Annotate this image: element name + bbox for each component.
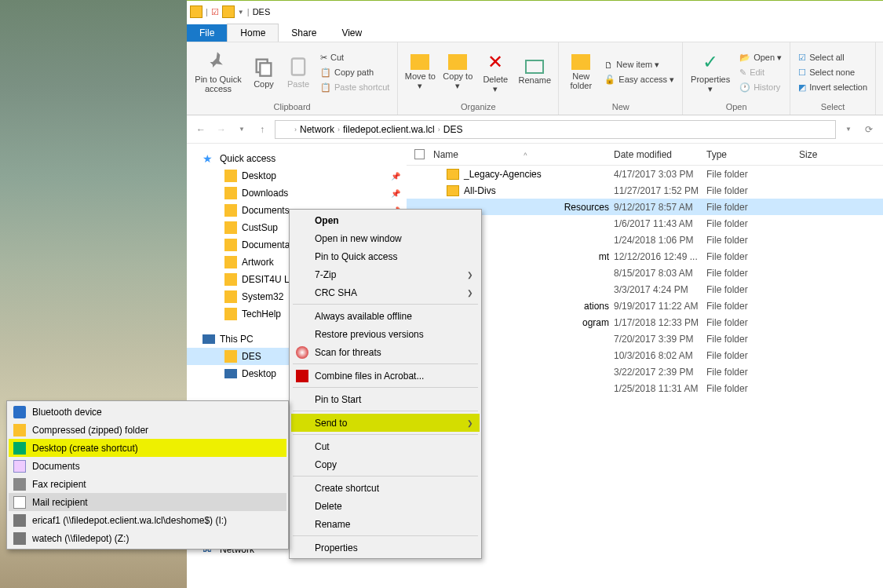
copy-to-button[interactable]: Copy to ▾ bbox=[440, 44, 475, 100]
folder-icon bbox=[224, 204, 237, 217]
group-label: Clipboard bbox=[192, 100, 392, 113]
nav-desktop[interactable]: Desktop📌 bbox=[187, 167, 407, 184]
group-label: New bbox=[564, 100, 677, 113]
drive-icon bbox=[13, 532, 26, 545]
address-dropdown[interactable]: ▼ bbox=[841, 122, 856, 137]
folder-icon bbox=[224, 187, 237, 199]
forward-button[interactable]: → bbox=[213, 122, 229, 137]
ctx-open-new-window[interactable]: Open in new window bbox=[291, 229, 480, 247]
paste-shortcut-button[interactable]: 📋Paste shortcut bbox=[317, 81, 392, 94]
ctx-properties[interactable]: Properties bbox=[291, 539, 480, 557]
new-folder-button[interactable]: New folder bbox=[564, 44, 598, 100]
ctx-7zip[interactable]: 7-Zip❯ bbox=[291, 265, 480, 283]
col-date[interactable]: Date modified bbox=[614, 149, 706, 160]
check-icon: ☑ bbox=[211, 7, 219, 17]
ctx-pin-start[interactable]: Pin to Start bbox=[291, 390, 480, 408]
paste-icon bbox=[287, 56, 309, 78]
history-button[interactable]: 🕐History bbox=[736, 81, 785, 94]
ctx-restore[interactable]: Restore previous versions bbox=[291, 325, 480, 343]
chevron-icon[interactable]: › bbox=[438, 126, 440, 133]
chevron-right-icon: ❯ bbox=[467, 419, 473, 427]
properties-button[interactable]: ✓Properties ▾ bbox=[688, 44, 733, 100]
ctx-crc[interactable]: CRC SHA❯ bbox=[291, 283, 480, 301]
sendto-desktop[interactable]: Desktop (create shortcut) bbox=[9, 439, 286, 457]
chevron-icon[interactable]: › bbox=[338, 126, 340, 133]
ctx-create-shortcut[interactable]: Create shortcut bbox=[291, 479, 480, 497]
tab-view[interactable]: View bbox=[329, 24, 374, 42]
select-all-checkbox[interactable] bbox=[414, 149, 425, 159]
ribbon-tabs: File Home Share View bbox=[187, 23, 883, 42]
fax-icon bbox=[13, 478, 26, 491]
new-item-button[interactable]: 🗋New item ▾ bbox=[601, 58, 677, 71]
select-none-button[interactable]: ☐Select none bbox=[795, 66, 870, 79]
tab-home[interactable]: Home bbox=[227, 24, 279, 42]
pin-icon: 📌 bbox=[391, 189, 400, 198]
separator bbox=[293, 434, 478, 435]
nav-downloads[interactable]: Downloads📌 bbox=[187, 184, 407, 202]
ribbon-group-open: ✓Properties ▾ 📂Open ▾ ✎Edit 🕐History Ope… bbox=[683, 42, 790, 115]
sendto-drive-i[interactable]: ericaf1 (\\filedepot.eclient.wa.lcl\desh… bbox=[9, 511, 286, 529]
ctx-cut[interactable]: Cut bbox=[291, 437, 480, 455]
folder-icon bbox=[224, 256, 237, 268]
tab-file[interactable]: File bbox=[187, 24, 227, 42]
file-row[interactable]: _Legacy-Agencies4/17/2017 3:03 PMFile fo… bbox=[407, 166, 883, 182]
up-button[interactable]: ↑ bbox=[254, 122, 270, 137]
file-row[interactable]: All-Divs11/27/2017 1:52 PMFile folder bbox=[407, 182, 883, 199]
col-name[interactable]: Name ^ bbox=[432, 149, 614, 160]
address-bar: ← → ▼ ↑ › Network › filedepot.eclient.wa… bbox=[187, 115, 883, 144]
column-headers: Name ^ Date modified Type Size bbox=[407, 144, 883, 166]
separator bbox=[293, 535, 478, 536]
sendto-drive-z[interactable]: watech (\\filedepot) (Z:) bbox=[9, 529, 286, 547]
col-type[interactable]: Type bbox=[706, 149, 799, 160]
ctx-rename[interactable]: Rename bbox=[291, 515, 480, 533]
refresh-button[interactable]: ⟳ bbox=[861, 122, 877, 137]
invert-selection-button[interactable]: ◩Invert selection bbox=[795, 81, 870, 94]
breadcrumb[interactable]: › Network › filedepot.eclient.wa.lcl › D… bbox=[275, 120, 836, 139]
crumb-host[interactable]: filedepot.eclient.wa.lcl bbox=[343, 124, 435, 135]
open-button[interactable]: 📂Open ▾ bbox=[736, 51, 785, 64]
pin-quick-access-button[interactable]: Pin to Quick access bbox=[192, 44, 245, 100]
chevron-icon[interactable]: › bbox=[294, 126, 297, 133]
edit-button[interactable]: ✎Edit bbox=[736, 66, 785, 79]
sendto-bluetooth[interactable]: Bluetooth device bbox=[9, 403, 286, 421]
copy-path-button[interactable]: 📋Copy path bbox=[317, 66, 392, 79]
ctx-pin-quick-access[interactable]: Pin to Quick access bbox=[291, 247, 480, 265]
copy-button[interactable]: Copy bbox=[248, 44, 279, 100]
ctx-open[interactable]: Open bbox=[291, 211, 480, 229]
tab-share[interactable]: Share bbox=[279, 24, 329, 42]
ctx-offline[interactable]: Always available offline bbox=[291, 307, 480, 325]
ctx-scan[interactable]: Scan for threats bbox=[291, 343, 480, 361]
easy-icon: 🔓 bbox=[604, 75, 615, 85]
sendto-documents[interactable]: Documents bbox=[9, 457, 286, 475]
back-button[interactable]: ← bbox=[193, 122, 209, 137]
ctx-delete[interactable]: Delete bbox=[291, 497, 480, 515]
ctx-send-to[interactable]: Send to❯ bbox=[291, 414, 480, 432]
paste-button[interactable]: Paste bbox=[283, 44, 314, 100]
scissors-icon: ✂ bbox=[320, 53, 327, 63]
sendto-compressed[interactable]: Compressed (zipped) folder bbox=[9, 421, 286, 439]
folder-icon bbox=[279, 124, 291, 135]
desktop-icon bbox=[13, 442, 26, 455]
bluetooth-icon bbox=[13, 406, 26, 418]
invert-icon: ◩ bbox=[798, 82, 806, 93]
col-size[interactable]: Size bbox=[799, 149, 846, 160]
copy-icon bbox=[253, 56, 275, 78]
dropdown-icon[interactable]: ▼ bbox=[238, 9, 244, 16]
select-all-button[interactable]: ☑Select all bbox=[795, 51, 870, 64]
crumb-network[interactable]: Network bbox=[300, 124, 334, 135]
sendto-mail[interactable]: Mail recipient bbox=[9, 493, 286, 511]
ctx-copy[interactable]: Copy bbox=[291, 455, 480, 473]
delete-button[interactable]: ✕Delete ▾ bbox=[478, 44, 513, 100]
move-to-button[interactable]: Move to ▾ bbox=[403, 44, 437, 100]
sendto-fax[interactable]: Fax recipient bbox=[9, 475, 286, 493]
folder-icon bbox=[571, 54, 590, 70]
crumb-folder[interactable]: DES bbox=[443, 124, 463, 135]
cut-button[interactable]: ✂Cut bbox=[317, 51, 392, 64]
ctx-acrobat[interactable]: Combine files in Acrobat... bbox=[291, 367, 480, 385]
easy-access-button[interactable]: 🔓Easy access ▾ bbox=[601, 73, 677, 86]
history-icon: 🕐 bbox=[739, 82, 750, 93]
select-none-icon: ☐ bbox=[798, 68, 806, 78]
rename-button[interactable]: Rename bbox=[516, 44, 553, 100]
nav-quick-access[interactable]: ★Quick access bbox=[187, 150, 407, 167]
recent-button[interactable]: ▼ bbox=[234, 122, 250, 137]
